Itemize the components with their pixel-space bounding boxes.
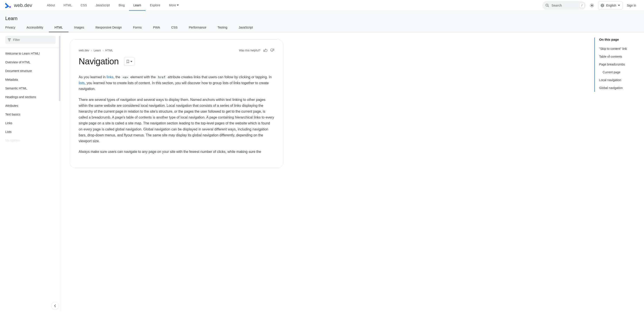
tab-responsive-design[interactable]: Responsive Design (90, 23, 128, 32)
nav-javascript[interactable]: JavaScript (91, 0, 114, 11)
search-icon (545, 3, 549, 7)
svg-line-9 (593, 6, 593, 7)
sidebar-item[interactable]: Overview of HTML (0, 58, 61, 67)
paragraph: Always make sure users can navigate to a… (79, 149, 274, 155)
toc: On this page "Skip to content" link Tabl… (592, 32, 644, 312)
tab-accessibility[interactable]: Accessibility (21, 23, 49, 32)
bookmark-button[interactable] (124, 57, 134, 66)
chevron-left-icon (54, 305, 56, 307)
section-title: Learn (0, 11, 644, 23)
link-links[interactable]: links (106, 75, 114, 79)
breadcrumb-row: web.dev › Learn › HTML Was this helpful? (79, 48, 274, 52)
chevron-down-icon (618, 5, 620, 6)
top-header: web.dev About HTML CSS JavaScript Blog L… (0, 0, 644, 11)
helpful-widget: Was this helpful? (239, 48, 274, 52)
nav-html[interactable]: HTML (59, 0, 76, 11)
language-selector[interactable]: English (598, 1, 622, 9)
svg-line-11 (593, 4, 593, 4)
section-header: Learn Privacy Accessibility HTML Images … (0, 11, 644, 32)
tab-testing[interactable]: Testing (212, 23, 233, 32)
filter-box[interactable] (5, 36, 56, 44)
sidebar-item[interactable]: Headings and sections (0, 93, 61, 101)
sidebar-item[interactable]: Welcome to Learn HTML! (0, 49, 61, 58)
tab-css[interactable]: CSS (166, 23, 183, 32)
main: web.dev › Learn › HTML Was this helpful?… (61, 32, 592, 312)
toc-item[interactable]: Table of contents (599, 53, 639, 60)
toc-item[interactable]: Local navigation (599, 76, 639, 84)
sidebar-item[interactable]: Links (0, 119, 61, 128)
nav-more[interactable]: More (165, 0, 184, 11)
nav-css[interactable]: CSS (76, 0, 91, 11)
title-row: Navigation (79, 57, 274, 66)
toc-item[interactable]: "Skip to content" link (599, 45, 639, 53)
thumbs-up-icon[interactable] (264, 48, 267, 52)
theme-toggle-button[interactable] (588, 1, 596, 10)
svg-point-3 (591, 4, 593, 6)
signin-link[interactable]: Sign in (624, 4, 639, 7)
chevron-down-icon (130, 61, 132, 62)
sidebar-list: Welcome to Learn HTML! Overview of HTML … (0, 47, 61, 147)
breadcrumb-item[interactable]: Learn (94, 49, 101, 52)
tab-javascript[interactable]: JavaScript (233, 23, 258, 32)
code: href (157, 75, 167, 79)
logo[interactable]: web.dev (5, 2, 32, 8)
breadcrumb-item[interactable]: HTML (105, 49, 113, 52)
bookmark-icon (126, 60, 130, 63)
sidebar: Welcome to Learn HTML! Overview of HTML … (0, 32, 61, 312)
breadcrumb-item[interactable]: web.dev (79, 49, 89, 52)
code: <a> (121, 75, 130, 79)
brand-text: web.dev (14, 2, 32, 8)
chevron-down-icon (177, 4, 179, 6)
page-title: Navigation (79, 57, 119, 66)
link-lists[interactable]: lists (79, 81, 85, 85)
sidebar-item[interactable]: Text basics (0, 110, 61, 119)
search-shortcut: / (579, 3, 584, 8)
paragraph: As you learned in links, the <a> element… (79, 74, 274, 92)
sidebar-item[interactable]: Navigation (0, 136, 61, 145)
nav-blog[interactable]: Blog (114, 0, 129, 11)
nav-explore[interactable]: Explore (146, 0, 164, 11)
layout: Welcome to Learn HTML! Overview of HTML … (0, 32, 644, 312)
article-card: web.dev › Learn › HTML Was this helpful?… (70, 39, 283, 168)
sidebar-item[interactable]: Metadata (0, 75, 61, 84)
svg-line-8 (590, 4, 591, 4)
nav-more-label: More (169, 3, 176, 7)
sidebar-item[interactable]: Lists (0, 128, 61, 136)
svg-line-2 (548, 6, 549, 7)
tab-privacy[interactable]: Privacy (5, 23, 21, 32)
toc-title: On this page (599, 38, 639, 41)
filter-icon (8, 38, 11, 41)
section-nav: Privacy Accessibility HTML Images Respon… (0, 23, 644, 32)
collapse-sidebar-button[interactable] (51, 302, 59, 310)
breadcrumb: web.dev › Learn › HTML (79, 49, 113, 52)
tab-html[interactable]: HTML (49, 23, 68, 32)
chevron-right-icon: › (91, 49, 92, 52)
globe-icon (600, 3, 604, 7)
sidebar-item[interactable]: Semantic HTML (0, 84, 61, 93)
search-placeholder: Search (552, 3, 577, 7)
sidebar-item[interactable]: Document structure (0, 67, 61, 75)
tab-forms[interactable]: Forms (128, 23, 148, 32)
language-label: English (606, 4, 616, 7)
logo-icon (5, 3, 12, 8)
chevron-right-icon: › (102, 49, 104, 52)
paragraph: There are several types of navigation an… (79, 97, 274, 144)
sun-icon (590, 3, 594, 7)
tab-performance[interactable]: Performance (183, 23, 212, 32)
toc-item[interactable]: Page breadcrumbs (599, 60, 639, 68)
svg-point-0 (9, 6, 11, 8)
thumbs-down-icon[interactable] (270, 48, 274, 52)
primary-nav: About HTML CSS JavaScript Blog Learn Exp… (42, 0, 183, 11)
toc-item[interactable]: Global navigation (599, 84, 639, 92)
nav-learn[interactable]: Learn (129, 0, 146, 11)
svg-line-10 (590, 6, 591, 7)
toc-item[interactable]: Current page (599, 68, 639, 76)
scrollbar-thumb[interactable] (59, 36, 60, 101)
tab-images[interactable]: Images (68, 23, 90, 32)
tab-pwa[interactable]: PWA (148, 23, 166, 32)
nav-about[interactable]: About (42, 0, 59, 11)
filter-input[interactable] (13, 38, 53, 41)
sidebar-item[interactable]: Attributes (0, 101, 61, 110)
helpful-label: Was this helpful? (239, 49, 260, 52)
search-box[interactable]: Search / (542, 1, 586, 10)
